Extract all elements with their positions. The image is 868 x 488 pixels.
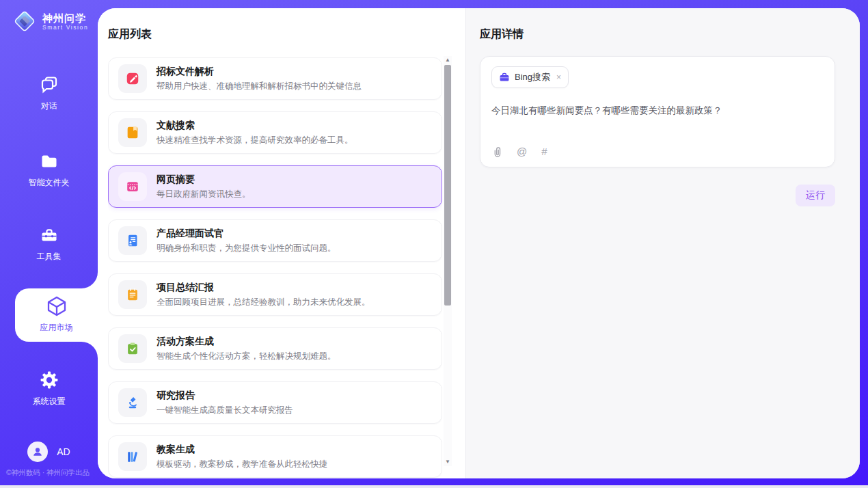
app-list-title: 应用列表 (108, 27, 152, 42)
user-profile[interactable]: AD (0, 442, 98, 462)
brand-name: 神州问学 (42, 12, 88, 24)
sidebar-item-label: 智能文件夹 (29, 177, 70, 189)
app-desc: 帮助用户快速、准确地理解和解析招标书中的关键信息 (157, 81, 362, 92)
app-desc: 一键智能生成高质量长文本研究报告 (157, 405, 293, 416)
brand-logo: 神州问学 Smart Vision (12, 9, 88, 33)
sidebar: 神州问学 Smart Vision 对话 智能文件夹 (0, 0, 98, 485)
app-card-research-report[interactable]: 研究报告 一键智能生成高质量长文本研究报告 (108, 381, 442, 424)
tool-chip-label: Bing搜索 (515, 71, 550, 83)
app-card-literature-search[interactable]: 文献搜索 快速精准查找学术资源，提高研究效率的必备工具。 (108, 111, 442, 154)
avatar (27, 442, 48, 462)
app-card-web-summary[interactable]: 网页摘要 每日政府新闻资讯快查。 (108, 165, 442, 208)
app-list-panel: 应用列表 招标文件解析 帮助用户快速、准确地理解和解析招标书 (98, 8, 465, 478)
app-name: 文献搜索 (157, 120, 353, 132)
hash-icon[interactable]: # (541, 146, 547, 157)
mention-icon[interactable]: @ (517, 146, 527, 157)
query-input[interactable]: 今日湖北有哪些新闻要点？有哪些需要关注的最新政策？ (491, 105, 824, 117)
briefcase-icon (499, 72, 510, 83)
book-icon (118, 118, 147, 147)
app-window: 神州问学 Smart Vision 对话 智能文件夹 (0, 0, 868, 488)
microscope-icon (118, 388, 147, 417)
app-name: 网页摘要 (157, 174, 251, 186)
app-name: 教案生成 (157, 444, 327, 456)
scroll-down-arrow[interactable]: ▼ (444, 458, 452, 466)
app-detail-title: 应用详情 (480, 27, 524, 42)
app-list: 招标文件解析 帮助用户快速、准确地理解和解析招标书中的关键信息 文 (108, 57, 442, 478)
app-detail-panel: 应用详情 Bing搜索 × 今日湖北有哪些新闻要点？有哪些需要关注的最新政策？ (465, 8, 860, 478)
app-name: 活动方案生成 (157, 336, 336, 348)
query-composer[interactable]: Bing搜索 × 今日湖北有哪些新闻要点？有哪些需要关注的最新政策？ @ # (480, 56, 835, 167)
sidebar-item-label: 工具集 (37, 251, 62, 262)
app-name: 招标文件解析 (157, 66, 362, 78)
diamond-logo-icon (12, 9, 37, 33)
scrollbar-thumb[interactable] (444, 65, 451, 306)
chat-icon (40, 75, 59, 94)
sidebar-item-label: 系统设置 (33, 396, 66, 407)
folder-icon (40, 152, 59, 171)
cube-icon (46, 295, 68, 317)
main-container: 应用列表 招标文件解析 帮助用户快速、准确地理解和解析招标书 (98, 8, 860, 478)
app-frame: 神州问学 Smart Vision 对话 智能文件夹 (0, 0, 868, 485)
app-card-pm-interviewer[interactable]: 产品经理面试官 明确身份和职责，为您提供专业性的面试问题。 (108, 219, 442, 262)
run-button[interactable]: 运行 (796, 185, 835, 206)
notepad-icon (118, 280, 147, 309)
app-name: 项目总结汇报 (157, 282, 370, 294)
sidebar-item-chat[interactable]: 对话 (0, 75, 98, 112)
user-name: AD (57, 446, 70, 457)
paperclip-icon[interactable] (491, 146, 502, 158)
app-card-lesson-plan[interactable]: 教案生成 模板驱动，教案秒成，教学准备从此轻松快捷 (108, 435, 442, 478)
list-scrollbar[interactable]: ▲ ▼ (444, 56, 452, 466)
sidebar-item-settings[interactable]: 系统设置 (0, 370, 98, 407)
brand-subtitle: Smart Vision (42, 24, 88, 31)
app-desc: 每日政府新闻资讯快查。 (157, 189, 251, 200)
toolbox-icon (40, 226, 59, 245)
app-name: 产品经理面试官 (157, 228, 336, 240)
copyright-footer: ©神州数码 · 神州问学出品 (6, 468, 90, 478)
scroll-up-arrow[interactable]: ▲ (444, 56, 452, 64)
sidebar-item-smart-folder[interactable]: 智能文件夹 (0, 152, 98, 189)
browser-code-icon (118, 172, 147, 201)
sidebar-item-toolset[interactable]: 工具集 (0, 226, 98, 262)
app-name: 研究报告 (157, 390, 293, 402)
composer-toolbar: @ # (491, 146, 547, 158)
app-desc: 智能生成个性化活动方案，轻松解决规划难题。 (157, 351, 336, 362)
edit-doc-icon (118, 64, 147, 93)
tool-chip-bing-search[interactable]: Bing搜索 × (491, 66, 569, 88)
books-icon (118, 442, 147, 471)
sidebar-item-app-market[interactable]: 应用市场 (15, 295, 98, 334)
app-desc: 明确身份和职责，为您提供专业性的面试问题。 (157, 243, 336, 254)
app-desc: 全面回顾项目进展，总结经验教训，助力未来优化发展。 (157, 297, 370, 308)
sidebar-item-label: 应用市场 (40, 322, 73, 334)
app-card-event-plan[interactable]: 活动方案生成 智能生成个性化活动方案，轻松解决规划难题。 (108, 327, 442, 370)
gear-icon (40, 370, 59, 390)
sidebar-item-label: 对话 (41, 100, 57, 112)
app-card-project-report[interactable]: 项目总结汇报 全面回顾项目进展，总结经验教训，助力未来优化发展。 (108, 273, 442, 316)
resume-icon (118, 226, 147, 255)
clipboard-check-icon (118, 334, 147, 363)
app-card-bid-analysis[interactable]: 招标文件解析 帮助用户快速、准确地理解和解析招标书中的关键信息 (108, 57, 442, 100)
app-desc: 模板驱动，教案秒成，教学准备从此轻松快捷 (157, 459, 327, 470)
app-desc: 快速精准查找学术资源，提高研究效率的必备工具。 (157, 135, 353, 146)
chip-close-icon[interactable]: × (556, 72, 561, 82)
user-icon (31, 446, 44, 458)
